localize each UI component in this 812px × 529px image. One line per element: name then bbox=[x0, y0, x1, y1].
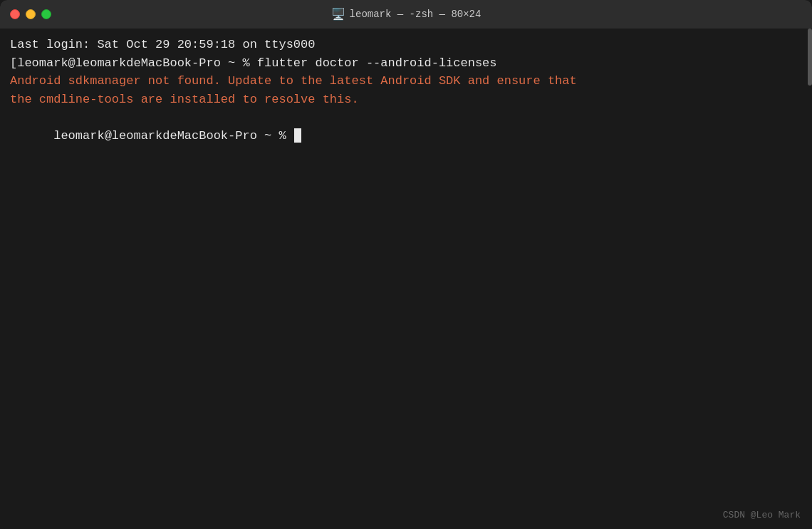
terminal-line-1: Last login: Sat Oct 29 20:59:18 on ttys0… bbox=[10, 36, 802, 54]
terminal-line-4: the cmdline-tools are installed to resol… bbox=[10, 91, 802, 109]
traffic-lights bbox=[10, 9, 51, 19]
cursor bbox=[294, 128, 301, 143]
maximize-button[interactable] bbox=[41, 9, 51, 19]
scrollbar[interactable] bbox=[808, 29, 812, 86]
terminal-line-5: leomark@leomarkdeMacBook-Pro ~ % bbox=[10, 108, 802, 163]
terminal-line-3: Android sdkmanager not found. Update to … bbox=[10, 72, 802, 91]
terminal-line-2: [leomark@leomarkdeMacBook-Pro ~ % flutte… bbox=[10, 54, 802, 73]
watermark: CSDN @Leo Mark bbox=[723, 510, 801, 520]
terminal-content[interactable]: Last login: Sat Oct 29 20:59:18 on ttys0… bbox=[0, 29, 812, 529]
title-bar: 🖥️ leomark — -zsh — 80×24 bbox=[0, 0, 812, 29]
close-button[interactable] bbox=[10, 9, 20, 19]
window-title: 🖥️ leomark — -zsh — 80×24 bbox=[331, 7, 482, 21]
terminal-window: 🖥️ leomark — -zsh — 80×24 Last login: Sa… bbox=[0, 0, 812, 529]
prompt-text: leomark@leomarkdeMacBook-Pro ~ % bbox=[53, 129, 293, 143]
minimize-button[interactable] bbox=[26, 9, 36, 19]
terminal-icon: 🖥️ bbox=[331, 7, 345, 21]
title-label: leomark — -zsh — 80×24 bbox=[350, 9, 482, 20]
